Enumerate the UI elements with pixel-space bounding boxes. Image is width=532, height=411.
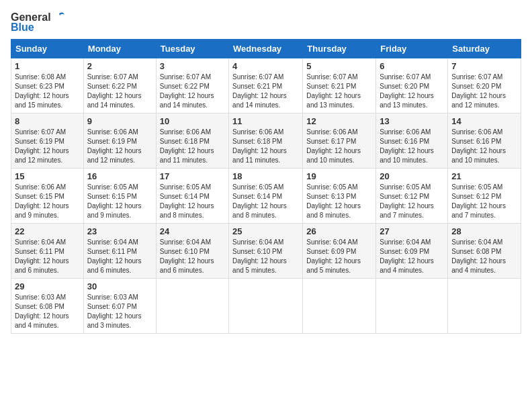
calendar-cell: 8Sunrise: 6:07 AM Sunset: 6:19 PM Daylig…: [11, 113, 84, 169]
day-number: 7: [451, 61, 517, 71]
logo: General Blue: [11, 11, 66, 34]
calendar-week-row: 15Sunrise: 6:06 AM Sunset: 6:15 PM Dayli…: [11, 169, 521, 224]
day-info: Sunrise: 6:05 AM Sunset: 6:15 PM Dayligh…: [87, 183, 152, 220]
day-info: Sunrise: 6:04 AM Sunset: 6:11 PM Dayligh…: [87, 238, 152, 275]
calendar-cell: 26Sunrise: 6:04 AM Sunset: 6:09 PM Dayli…: [303, 224, 376, 279]
day-number: 12: [306, 116, 372, 126]
day-info: Sunrise: 6:06 AM Sunset: 6:18 PM Dayligh…: [160, 128, 225, 165]
calendar-body: 1Sunrise: 6:08 AM Sunset: 6:23 PM Daylig…: [11, 58, 521, 334]
day-info: Sunrise: 6:07 AM Sunset: 6:20 PM Dayligh…: [451, 73, 517, 110]
calendar-cell: 18Sunrise: 6:05 AM Sunset: 6:14 PM Dayli…: [229, 169, 303, 224]
day-number: 27: [380, 226, 444, 236]
day-info: Sunrise: 6:07 AM Sunset: 6:20 PM Dayligh…: [380, 73, 444, 110]
calendar-cell: 5Sunrise: 6:07 AM Sunset: 6:21 PM Daylig…: [303, 58, 376, 113]
calendar-cell: 21Sunrise: 6:05 AM Sunset: 6:12 PM Dayli…: [448, 169, 521, 224]
day-info: Sunrise: 6:04 AM Sunset: 6:09 PM Dayligh…: [306, 238, 372, 275]
day-number: 30: [87, 281, 152, 291]
calendar-cell: 13Sunrise: 6:06 AM Sunset: 6:16 PM Dayli…: [376, 113, 448, 169]
day-info: Sunrise: 6:05 AM Sunset: 6:12 PM Dayligh…: [380, 183, 444, 220]
day-number: 6: [380, 61, 444, 71]
calendar-cell: 9Sunrise: 6:06 AM Sunset: 6:19 PM Daylig…: [83, 113, 156, 169]
column-header-monday: Monday: [83, 40, 156, 58]
day-info: Sunrise: 6:06 AM Sunset: 6:16 PM Dayligh…: [451, 128, 517, 165]
calendar-cell: 20Sunrise: 6:05 AM Sunset: 6:12 PM Dayli…: [376, 169, 448, 224]
day-number: 19: [306, 171, 372, 181]
calendar-week-row: 22Sunrise: 6:04 AM Sunset: 6:11 PM Dayli…: [11, 224, 521, 279]
day-info: Sunrise: 6:05 AM Sunset: 6:14 PM Dayligh…: [232, 183, 299, 220]
calendar-cell: 1Sunrise: 6:08 AM Sunset: 6:23 PM Daylig…: [11, 58, 84, 113]
calendar-cell: 16Sunrise: 6:05 AM Sunset: 6:15 PM Dayli…: [83, 169, 156, 224]
day-number: 14: [451, 116, 517, 126]
calendar-cell: 11Sunrise: 6:06 AM Sunset: 6:18 PM Dayli…: [229, 113, 303, 169]
calendar-cell: 2Sunrise: 6:07 AM Sunset: 6:22 PM Daylig…: [83, 58, 156, 113]
calendar-week-row: 1Sunrise: 6:08 AM Sunset: 6:23 PM Daylig…: [11, 58, 521, 113]
calendar-cell: 27Sunrise: 6:04 AM Sunset: 6:09 PM Dayli…: [376, 224, 448, 279]
day-number: 1: [15, 61, 80, 71]
day-number: 24: [160, 226, 225, 236]
column-header-sunday: Sunday: [11, 40, 84, 58]
calendar-cell: 3Sunrise: 6:07 AM Sunset: 6:22 PM Daylig…: [156, 58, 228, 113]
column-header-friday: Friday: [376, 40, 448, 58]
day-info: Sunrise: 6:07 AM Sunset: 6:22 PM Dayligh…: [160, 73, 225, 110]
day-info: Sunrise: 6:06 AM Sunset: 6:17 PM Dayligh…: [306, 128, 372, 165]
day-number: 11: [232, 116, 299, 126]
column-header-saturday: Saturday: [448, 40, 521, 58]
calendar-cell: 10Sunrise: 6:06 AM Sunset: 6:18 PM Dayli…: [156, 113, 228, 169]
calendar: SundayMondayTuesdayWednesdayThursdayFrid…: [11, 39, 521, 334]
calendar-cell: 14Sunrise: 6:06 AM Sunset: 6:16 PM Dayli…: [448, 113, 521, 169]
logo-bird-icon: [52, 11, 66, 24]
column-header-thursday: Thursday: [303, 40, 376, 58]
calendar-cell: 22Sunrise: 6:04 AM Sunset: 6:11 PM Dayli…: [11, 224, 84, 279]
calendar-cell: 17Sunrise: 6:05 AM Sunset: 6:14 PM Dayli…: [156, 169, 228, 224]
calendar-cell: 12Sunrise: 6:06 AM Sunset: 6:17 PM Dayli…: [303, 113, 376, 169]
calendar-cell: 19Sunrise: 6:05 AM Sunset: 6:13 PM Dayli…: [303, 169, 376, 224]
calendar-cell: [448, 279, 521, 334]
day-number: 10: [160, 116, 225, 126]
day-info: Sunrise: 6:05 AM Sunset: 6:14 PM Dayligh…: [160, 183, 225, 220]
calendar-cell: 4Sunrise: 6:07 AM Sunset: 6:21 PM Daylig…: [229, 58, 303, 113]
calendar-cell: 7Sunrise: 6:07 AM Sunset: 6:20 PM Daylig…: [448, 58, 521, 113]
day-info: Sunrise: 6:06 AM Sunset: 6:15 PM Dayligh…: [15, 183, 80, 220]
calendar-cell: 6Sunrise: 6:07 AM Sunset: 6:20 PM Daylig…: [376, 58, 448, 113]
calendar-cell: 24Sunrise: 6:04 AM Sunset: 6:10 PM Dayli…: [156, 224, 228, 279]
day-number: 5: [306, 61, 372, 71]
day-info: Sunrise: 6:03 AM Sunset: 6:08 PM Dayligh…: [15, 293, 80, 330]
day-info: Sunrise: 6:03 AM Sunset: 6:07 PM Dayligh…: [87, 293, 152, 330]
day-info: Sunrise: 6:04 AM Sunset: 6:09 PM Dayligh…: [380, 238, 444, 275]
day-number: 8: [15, 116, 80, 126]
day-number: 28: [451, 226, 517, 236]
day-info: Sunrise: 6:05 AM Sunset: 6:12 PM Dayligh…: [451, 183, 517, 220]
day-info: Sunrise: 6:07 AM Sunset: 6:22 PM Dayligh…: [87, 73, 152, 110]
day-info: Sunrise: 6:06 AM Sunset: 6:19 PM Dayligh…: [87, 128, 152, 165]
day-number: 20: [380, 171, 444, 181]
day-number: 26: [306, 226, 372, 236]
calendar-cell: 28Sunrise: 6:04 AM Sunset: 6:08 PM Dayli…: [448, 224, 521, 279]
day-info: Sunrise: 6:04 AM Sunset: 6:08 PM Dayligh…: [451, 238, 517, 275]
calendar-cell: 23Sunrise: 6:04 AM Sunset: 6:11 PM Dayli…: [83, 224, 156, 279]
day-number: 29: [15, 281, 80, 291]
calendar-week-row: 8Sunrise: 6:07 AM Sunset: 6:19 PM Daylig…: [11, 113, 521, 169]
day-info: Sunrise: 6:07 AM Sunset: 6:21 PM Dayligh…: [306, 73, 372, 110]
column-header-tuesday: Tuesday: [156, 40, 228, 58]
day-info: Sunrise: 6:05 AM Sunset: 6:13 PM Dayligh…: [306, 183, 372, 220]
calendar-week-row: 29Sunrise: 6:03 AM Sunset: 6:08 PM Dayli…: [11, 279, 521, 334]
day-number: 25: [232, 226, 299, 236]
calendar-cell: 30Sunrise: 6:03 AM Sunset: 6:07 PM Dayli…: [83, 279, 156, 334]
day-number: 21: [451, 171, 517, 181]
day-info: Sunrise: 6:07 AM Sunset: 6:19 PM Dayligh…: [15, 128, 80, 165]
calendar-cell: 15Sunrise: 6:06 AM Sunset: 6:15 PM Dayli…: [11, 169, 84, 224]
day-number: 13: [380, 116, 444, 126]
logo-text-block: General Blue: [11, 11, 66, 34]
calendar-cell: [376, 279, 448, 334]
calendar-header-row: SundayMondayTuesdayWednesdayThursdayFrid…: [11, 40, 521, 58]
calendar-cell: [229, 279, 303, 334]
logo-blue: Blue: [11, 21, 34, 34]
day-info: Sunrise: 6:04 AM Sunset: 6:10 PM Dayligh…: [232, 238, 299, 275]
day-number: 16: [87, 171, 152, 181]
day-info: Sunrise: 6:08 AM Sunset: 6:23 PM Dayligh…: [15, 73, 80, 110]
calendar-cell: [303, 279, 376, 334]
day-info: Sunrise: 6:06 AM Sunset: 6:18 PM Dayligh…: [232, 128, 299, 165]
day-info: Sunrise: 6:04 AM Sunset: 6:11 PM Dayligh…: [15, 238, 80, 275]
day-info: Sunrise: 6:06 AM Sunset: 6:16 PM Dayligh…: [380, 128, 444, 165]
day-number: 18: [232, 171, 299, 181]
